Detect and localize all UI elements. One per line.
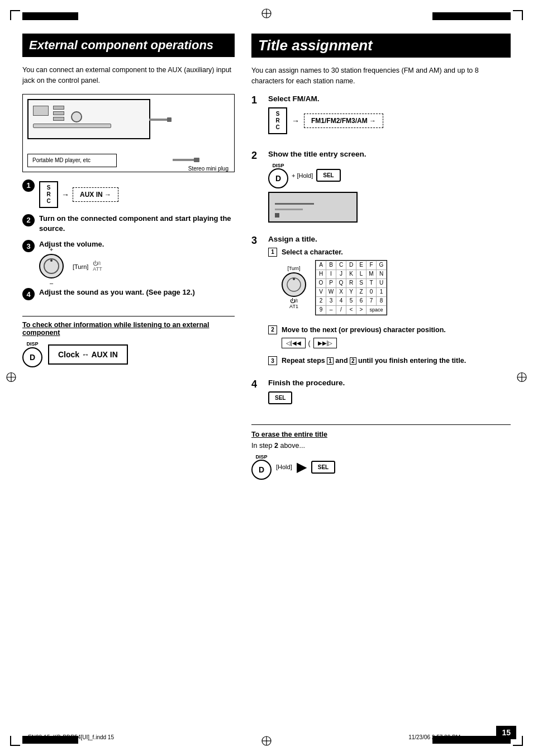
left-section-title: External component operations [22,34,235,57]
sub-step-3-num: 3 [268,356,277,365]
check-info-title: To check other information while listeni… [22,321,235,337]
portable-cable [173,156,201,164]
screen-line-2 [275,209,303,210]
sub-step-2-text: Move to the next (or previous) character… [282,325,446,334]
att-label: ⏻/IATT [93,261,102,272]
clock-aux-row: DISP D Clock ↔ AUX IN [22,341,235,367]
arrow-1: → [61,190,69,199]
volume-knob [39,254,64,278]
step-1-circle: 1 [22,179,35,192]
char-knob [282,272,306,297]
black-rect-top-left [22,12,78,20]
character-grid: ABCDEFG HIJKLMN OPQRSTU VW [315,260,387,315]
right-step-4: 4 Finish the procedure. SEL [251,379,511,407]
svg-rect-15 [194,158,199,162]
unit-buttons [53,106,64,121]
fm-flow: S R C → FM1/FM2/FM3/AM → [268,107,511,134]
step-2-circle: 2 [22,214,35,226]
svg-rect-12 [149,119,169,121]
disp-button-step2: DISP D [268,163,288,188]
char-knob-container: [Turn] ⏻/IAT1 [282,266,306,309]
right-step-4-body: Finish the procedure. SEL [268,379,511,407]
right-step-1-num: 1 [251,94,263,106]
step-1-content: S R C → AUX IN → [39,179,235,208]
sub-step-3: 3 Repeat steps 1 and 2 until you finish … [268,356,511,365]
right-step-1: 1 Select FM/AM. S R C → FM1/FM2/FM3/AM → [251,94,511,141]
disp-hold-row: DISP D + [Hold] SEL [268,163,511,188]
device-diagram: Portable MD player, etc Stereo mini plug [22,94,235,172]
step-3: 3 Adjust the volume. + – [22,239,235,282]
unit-knob [71,111,82,122]
step-3-text: Adjust the volume. [39,240,104,248]
right-step-1-body: Select FM/AM. S R C → FM1/FM2/FM3/AM → [268,94,511,141]
footer-left: EN08-15_KD-PDR54[UI]_f.indd 15 [28,734,114,740]
plus-label: + [50,246,53,253]
step-4: 4 Adjust the sound as you want. (See pag… [22,287,235,300]
sub-step-1-body: Select a character. [Turn] [282,248,387,321]
right-step-3-title: Assign a title. [268,235,511,243]
check-info-section: To check other information while listeni… [22,316,235,367]
aux-in-box: AUX IN → [73,187,118,202]
step-1: 1 S R C → AUX IN → [22,179,235,208]
erase-title: To erase the entire title [251,431,511,438]
svg-point-17 [50,259,53,262]
black-rect-top-right [432,12,511,20]
src-button-1: S R C [39,181,58,208]
sub-step-1-num: 1 [268,248,277,257]
minus-label: – [50,280,53,286]
sub-step-2-body: Move to the next (or previous) character… [282,325,446,352]
nav-next: ▶▶|▷ [313,338,337,348]
erase-text: In step 2 above... [251,442,511,450]
step-2: 2 Turn on the connected component and st… [22,214,235,234]
connector-right [149,116,160,122]
char-grid-container: [Turn] ⏻/IAT1 [282,260,387,315]
svg-point-19 [293,278,295,280]
reg-mark-left [6,372,17,385]
right-step-3-body: Assign a title. 1 Select a character. [T… [268,235,511,370]
right-section-title: Title assignment [251,34,511,58]
left-intro-text: You can connect an external component to… [22,65,235,86]
sel-button-step4: SEL [268,391,292,404]
right-step-2: 2 Show the title entry screen. DISP D + … [251,150,511,226]
fm-dashed-box: FM1/FM2/FM3/AM → [304,114,383,128]
svg-rect-14 [173,159,196,161]
sub-step-3-text: Repeat steps 1 and 2 until you finish en… [282,356,466,365]
nav-prev: ◁|◀◀ [282,338,306,348]
page-number: 15 [496,726,516,739]
turn-label-3: [Turn] [73,262,88,271]
sub-step-2-num: 2 [268,325,277,334]
sel-button-erase: SEL [311,461,335,474]
right-step-4-num: 4 [251,379,263,390]
right-intro-text: You can assign names to 30 station frequ… [251,65,511,87]
hold-label-erase: [Hold] [276,464,292,470]
nav-buttons: ◁|◀◀ ( ▶▶|▷ [282,338,446,348]
sub-step-3-body: Repeat steps 1 and 2 until you finish en… [282,356,466,365]
reg-mark-right [516,372,527,385]
sub-step-1-text: Select a character. [282,248,387,257]
sel-button-step2: SEL [316,169,340,182]
footer-right: 11/23/06 2:57:39 PM [408,734,460,740]
main-unit [27,99,150,139]
arrow-erase: ▶ [297,459,307,475]
screen-line-1 [275,203,314,205]
hold-label-step2: + [Hold] [292,172,313,179]
right-step-4-title: Finish the procedure. [268,379,511,387]
sub-step-2: 2 Move to the next (or previous) charact… [268,325,511,352]
right-column: Title assignment You can assign names to… [251,34,511,722]
reg-mark-top [261,8,272,21]
step-3-circle: 3 [22,240,35,252]
disp-button-erase: DISP D [251,454,272,480]
display-screen [268,192,358,223]
unit-slot [33,124,111,128]
stereo-mini-label: Stereo mini plug [188,166,229,172]
right-step-2-body: Show the title entry screen. DISP D + [H… [268,150,511,226]
finish-row: SEL [268,391,511,404]
src-button-right: S R C [268,107,287,134]
att-label-char: ⏻/IAT1 [282,298,306,309]
left-column: External component operations You can co… [22,34,235,722]
volume-knob-container: + – [39,254,64,278]
step-1-flow: S R C → AUX IN → [39,181,235,208]
portable-device: Portable MD player, etc [27,154,117,167]
svg-rect-13 [167,117,172,122]
step-4-text: Adjust the sound as you want. (See page … [39,288,195,296]
